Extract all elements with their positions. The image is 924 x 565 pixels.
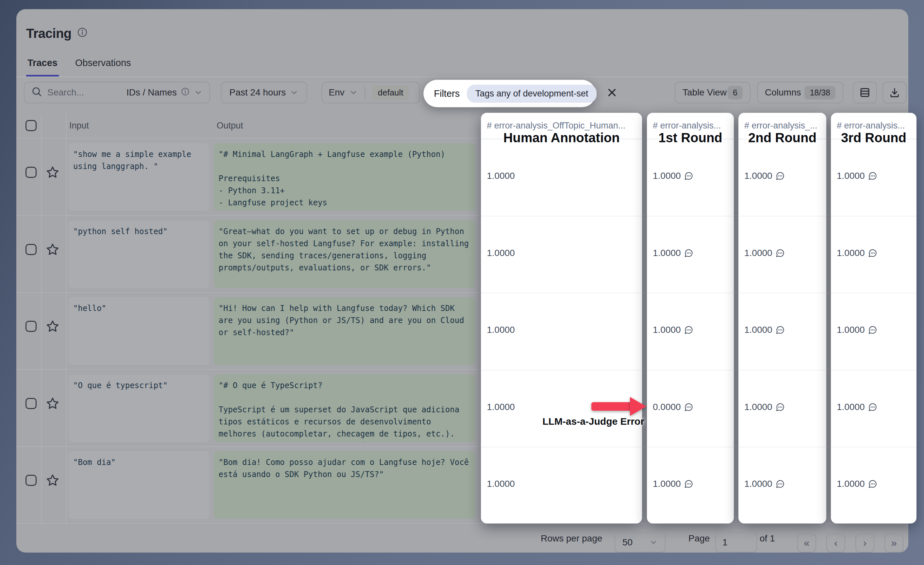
info-icon: [181, 87, 190, 98]
search-icon: [31, 86, 42, 99]
filters-label: Filters: [434, 88, 460, 99]
env-separator: [364, 87, 365, 98]
column-header-input: Input: [69, 121, 89, 131]
score-cell: 1.0000: [738, 139, 826, 216]
comment-icon[interactable]: [868, 402, 877, 414]
comment-icon[interactable]: [868, 325, 877, 337]
rows-per-page-label: Rows per page: [541, 524, 602, 553]
last-page-icon: »: [891, 537, 897, 549]
score-column-annotation: 2nd Round: [738, 131, 826, 145]
search-mode-label: IDs / Names: [126, 87, 177, 98]
input-cell[interactable]: "Bom dia": [69, 451, 209, 519]
star-icon[interactable]: [46, 319, 60, 335]
search-input[interactable]: Search... IDs / Names: [24, 82, 210, 103]
score-value: 1.0000: [744, 479, 772, 489]
score-cell: 1.0000: [831, 216, 916, 294]
columns-button[interactable]: Columns 18/38: [757, 82, 843, 103]
score-value: 1.0000: [744, 171, 772, 181]
star-icon[interactable]: [46, 243, 60, 258]
comment-icon[interactable]: [868, 248, 877, 260]
score-cell: 1.0000: [738, 370, 826, 448]
env-label: Env: [329, 87, 344, 98]
env-select[interactable]: Env default: [321, 82, 420, 103]
env-value-badge: default: [372, 85, 409, 101]
tab-traces[interactable]: Traces: [26, 57, 59, 77]
select-all-checkbox[interactable]: [26, 120, 37, 131]
score-cell: 1.0000: [481, 139, 642, 216]
comment-icon[interactable]: [684, 248, 693, 260]
score-column-annotation: 1st Round: [647, 131, 734, 145]
first-page-icon: «: [804, 537, 810, 549]
chevron-down-icon: [349, 88, 358, 97]
comment-icon[interactable]: [868, 479, 877, 491]
comment-icon[interactable]: [684, 479, 693, 491]
input-cell[interactable]: "hello": [69, 297, 209, 365]
tracing-panel: Tracing TracesObservations Search... IDs…: [16, 9, 908, 553]
comment-icon[interactable]: [776, 325, 785, 337]
row-checkbox[interactable]: [26, 244, 37, 255]
input-cell[interactable]: "python self hosted": [69, 220, 209, 288]
score-value: 1.0000: [744, 325, 772, 335]
export-button[interactable]: [882, 82, 907, 103]
score-cell: 1.0000: [647, 139, 734, 216]
comment-icon[interactable]: [776, 248, 785, 260]
row-checkbox[interactable]: [26, 475, 37, 486]
score-value: 1.0000: [837, 325, 865, 335]
score-value: 1.0000: [744, 248, 772, 258]
clear-filters-button[interactable]: [604, 85, 620, 100]
prev-page-button[interactable]: ‹: [826, 533, 845, 553]
comment-icon[interactable]: [776, 479, 785, 491]
first-page-button[interactable]: «: [797, 533, 816, 553]
row-checkbox[interactable]: [26, 321, 37, 332]
columns-count-badge: 18/38: [804, 86, 836, 99]
input-cell[interactable]: "O que é typescript": [69, 374, 209, 442]
score-value: 1.0000: [744, 402, 772, 412]
next-page-button[interactable]: ›: [855, 533, 874, 553]
output-cell[interactable]: "# Minimal LangGraph + Langfuse example …: [214, 143, 476, 211]
column-header-output: Output: [217, 121, 243, 131]
row-checkbox[interactable]: [26, 167, 37, 178]
input-cell[interactable]: "show me a simple example using langgrap…: [69, 143, 209, 211]
tab-observations[interactable]: Observations: [74, 57, 132, 77]
score-cell: 1.0000: [738, 293, 826, 370]
table-view-button[interactable]: Table View 6: [675, 82, 750, 103]
star-icon[interactable]: [46, 473, 60, 488]
page-title: Tracing: [26, 26, 88, 41]
comment-icon[interactable]: [776, 402, 785, 414]
rows-icon: [859, 87, 871, 98]
time-range-select[interactable]: Past 24 hours: [221, 82, 307, 103]
score-cell: 1.0000: [481, 447, 642, 524]
score-cell: 0.0000: [647, 370, 734, 448]
tab-bar: TracesObservations: [26, 57, 132, 77]
row-height-button[interactable]: [853, 82, 877, 103]
page-number-input[interactable]: 1: [715, 532, 757, 553]
comment-icon[interactable]: [776, 171, 785, 183]
score-cell: 1.0000: [831, 293, 916, 370]
score-cell: 1.0000: [481, 216, 642, 294]
comment-icon[interactable]: [868, 171, 877, 183]
comment-icon[interactable]: [684, 402, 693, 414]
row-checkbox[interactable]: [26, 398, 37, 409]
filters-button[interactable]: Filters Tags any of development-set: [423, 80, 596, 107]
star-icon[interactable]: [46, 397, 60, 412]
score-cell: 1.0000: [647, 293, 734, 370]
score-cell: 1.0000: [481, 293, 642, 370]
score-column-card: # error-analysis...1st Round1.00001.0000…: [647, 113, 734, 523]
filter-chip[interactable]: Tags any of development-set: [467, 85, 597, 103]
tabs-divider: [16, 77, 908, 77]
output-cell[interactable]: "# O que é TypeScript? TypeScript é um s…: [214, 374, 476, 442]
output-cell[interactable]: "Bom dia! Como posso ajudar com o Langfu…: [214, 451, 476, 519]
rows-per-page-value: 50: [622, 537, 633, 548]
output-cell[interactable]: "Hi! How can I help with Langfuse today?…: [214, 297, 476, 365]
comment-icon[interactable]: [684, 325, 693, 337]
score-cell: 1.0000: [647, 216, 734, 294]
search-mode-select[interactable]: IDs / Names: [126, 87, 203, 98]
score-column-card: # error-analysis_OffTopic_Human...Human …: [481, 113, 642, 523]
last-page-button[interactable]: »: [885, 533, 903, 553]
page-number-value: 1: [722, 537, 728, 548]
rows-per-page-select[interactable]: 50: [615, 532, 666, 553]
score-value: 1.0000: [487, 325, 515, 335]
output-cell[interactable]: "Great—what do you want to set up or deb…: [214, 220, 476, 288]
comment-icon[interactable]: [684, 171, 693, 183]
star-icon[interactable]: [46, 165, 60, 180]
